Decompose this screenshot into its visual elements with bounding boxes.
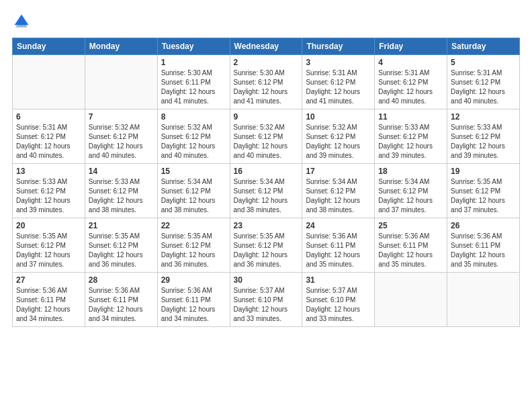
day-info: Sunrise: 5:35 AM Sunset: 6:12 PM Dayligh… <box>16 232 81 269</box>
day-number: 7 <box>89 112 154 122</box>
calendar-cell: 5Sunrise: 5:31 AM Sunset: 6:12 PM Daylig… <box>447 55 520 109</box>
weekday-header: Saturday <box>447 38 520 55</box>
calendar-cell: 4Sunrise: 5:31 AM Sunset: 6:12 PM Daylig… <box>375 55 447 109</box>
day-number: 12 <box>451 112 516 122</box>
day-number: 11 <box>378 112 443 122</box>
day-info: Sunrise: 5:34 AM Sunset: 6:12 PM Dayligh… <box>378 177 443 215</box>
calendar-cell: 7Sunrise: 5:32 AM Sunset: 6:12 PM Daylig… <box>85 109 157 164</box>
calendar-cell: 29Sunrise: 5:36 AM Sunset: 6:11 PM Dayli… <box>157 273 230 327</box>
day-info: Sunrise: 5:32 AM Sunset: 6:12 PM Dayligh… <box>306 123 371 161</box>
day-number: 3 <box>306 58 371 67</box>
calendar-cell: 18Sunrise: 5:34 AM Sunset: 6:12 PM Dayli… <box>375 164 447 218</box>
day-number: 10 <box>306 112 371 122</box>
day-info: Sunrise: 5:37 AM Sunset: 6:10 PM Dayligh… <box>234 286 299 324</box>
day-number: 31 <box>306 275 371 285</box>
day-info: Sunrise: 5:30 AM Sunset: 6:12 PM Dayligh… <box>234 68 299 106</box>
day-info: Sunrise: 5:37 AM Sunset: 6:10 PM Dayligh… <box>306 286 371 324</box>
day-number: 18 <box>378 167 443 176</box>
calendar-cell: 1Sunrise: 5:30 AM Sunset: 6:11 PM Daylig… <box>157 55 230 109</box>
day-info: Sunrise: 5:36 AM Sunset: 6:11 PM Dayligh… <box>16 286 81 324</box>
day-info: Sunrise: 5:33 AM Sunset: 6:12 PM Dayligh… <box>378 123 443 161</box>
calendar-cell: 15Sunrise: 5:34 AM Sunset: 6:12 PM Dayli… <box>157 164 230 218</box>
week-row: 1Sunrise: 5:30 AM Sunset: 6:11 PM Daylig… <box>13 55 520 109</box>
calendar-cell <box>85 55 157 109</box>
day-number: 13 <box>16 167 81 176</box>
day-info: Sunrise: 5:34 AM Sunset: 6:12 PM Dayligh… <box>306 177 371 215</box>
day-info: Sunrise: 5:30 AM Sunset: 6:11 PM Dayligh… <box>161 68 226 106</box>
day-number: 6 <box>16 112 81 122</box>
week-row: 20Sunrise: 5:35 AM Sunset: 6:12 PM Dayli… <box>13 218 520 273</box>
calendar-cell: 25Sunrise: 5:36 AM Sunset: 6:11 PM Dayli… <box>375 218 447 273</box>
calendar-cell: 21Sunrise: 5:35 AM Sunset: 6:12 PM Dayli… <box>85 218 157 273</box>
day-info: Sunrise: 5:35 AM Sunset: 6:12 PM Dayligh… <box>89 232 154 269</box>
calendar-cell: 27Sunrise: 5:36 AM Sunset: 6:11 PM Dayli… <box>13 273 85 327</box>
weekday-header: Wednesday <box>230 38 302 55</box>
day-info: Sunrise: 5:34 AM Sunset: 6:12 PM Dayligh… <box>234 177 299 215</box>
day-number: 24 <box>306 221 371 230</box>
week-row: 6Sunrise: 5:31 AM Sunset: 6:12 PM Daylig… <box>13 109 520 164</box>
calendar-cell: 11Sunrise: 5:33 AM Sunset: 6:12 PM Dayli… <box>375 109 447 164</box>
day-info: Sunrise: 5:33 AM Sunset: 6:12 PM Dayligh… <box>89 177 154 215</box>
day-number: 30 <box>234 275 299 285</box>
week-row: 27Sunrise: 5:36 AM Sunset: 6:11 PM Dayli… <box>13 273 520 327</box>
day-info: Sunrise: 5:35 AM Sunset: 6:12 PM Dayligh… <box>234 232 299 269</box>
day-info: Sunrise: 5:31 AM Sunset: 6:12 PM Dayligh… <box>451 68 516 106</box>
calendar: SundayMondayTuesdayWednesdayThursdayFrid… <box>12 38 520 327</box>
calendar-cell: 9Sunrise: 5:32 AM Sunset: 6:12 PM Daylig… <box>230 109 302 164</box>
day-info: Sunrise: 5:36 AM Sunset: 6:11 PM Dayligh… <box>161 286 226 324</box>
day-number: 21 <box>89 221 154 230</box>
day-number: 4 <box>378 58 443 67</box>
day-info: Sunrise: 5:35 AM Sunset: 6:12 PM Dayligh… <box>161 232 226 269</box>
weekday-header: Sunday <box>13 38 85 55</box>
calendar-cell: 30Sunrise: 5:37 AM Sunset: 6:10 PM Dayli… <box>230 273 302 327</box>
day-info: Sunrise: 5:33 AM Sunset: 6:12 PM Dayligh… <box>451 123 516 161</box>
header <box>12 12 520 31</box>
calendar-cell <box>13 55 85 109</box>
header-row: SundayMondayTuesdayWednesdayThursdayFrid… <box>13 38 520 55</box>
weekday-header: Friday <box>375 38 447 55</box>
day-number: 2 <box>234 58 299 67</box>
day-number: 17 <box>306 167 371 176</box>
calendar-cell <box>375 273 447 327</box>
day-info: Sunrise: 5:35 AM Sunset: 6:12 PM Dayligh… <box>451 177 516 215</box>
day-info: Sunrise: 5:36 AM Sunset: 6:11 PM Dayligh… <box>306 232 371 269</box>
calendar-cell: 26Sunrise: 5:36 AM Sunset: 6:11 PM Dayli… <box>447 218 520 273</box>
day-number: 9 <box>234 112 299 122</box>
calendar-cell: 2Sunrise: 5:30 AM Sunset: 6:12 PM Daylig… <box>230 55 302 109</box>
day-info: Sunrise: 5:34 AM Sunset: 6:12 PM Dayligh… <box>161 177 226 215</box>
week-row: 13Sunrise: 5:33 AM Sunset: 6:12 PM Dayli… <box>13 164 520 218</box>
day-info: Sunrise: 5:31 AM Sunset: 6:12 PM Dayligh… <box>16 123 81 161</box>
calendar-cell: 16Sunrise: 5:34 AM Sunset: 6:12 PM Dayli… <box>230 164 302 218</box>
day-number: 23 <box>234 221 299 230</box>
page: SundayMondayTuesdayWednesdayThursdayFrid… <box>0 0 532 411</box>
calendar-cell: 31Sunrise: 5:37 AM Sunset: 6:10 PM Dayli… <box>302 273 375 327</box>
day-number: 1 <box>161 58 226 67</box>
day-info: Sunrise: 5:36 AM Sunset: 6:11 PM Dayligh… <box>378 232 443 269</box>
day-info: Sunrise: 5:32 AM Sunset: 6:12 PM Dayligh… <box>161 123 226 161</box>
day-info: Sunrise: 5:36 AM Sunset: 6:11 PM Dayligh… <box>451 232 516 269</box>
calendar-cell: 3Sunrise: 5:31 AM Sunset: 6:12 PM Daylig… <box>302 55 375 109</box>
day-number: 5 <box>451 58 516 67</box>
calendar-cell: 17Sunrise: 5:34 AM Sunset: 6:12 PM Dayli… <box>302 164 375 218</box>
calendar-cell: 8Sunrise: 5:32 AM Sunset: 6:12 PM Daylig… <box>157 109 230 164</box>
day-number: 22 <box>161 221 226 230</box>
weekday-header: Thursday <box>302 38 375 55</box>
day-number: 16 <box>234 167 299 176</box>
day-number: 26 <box>451 221 516 230</box>
day-number: 19 <box>451 167 516 176</box>
day-number: 29 <box>161 275 226 285</box>
day-info: Sunrise: 5:33 AM Sunset: 6:12 PM Dayligh… <box>16 177 81 215</box>
calendar-cell: 14Sunrise: 5:33 AM Sunset: 6:12 PM Dayli… <box>85 164 157 218</box>
day-info: Sunrise: 5:36 AM Sunset: 6:11 PM Dayligh… <box>89 286 154 324</box>
day-info: Sunrise: 5:31 AM Sunset: 6:12 PM Dayligh… <box>306 68 371 106</box>
calendar-cell: 6Sunrise: 5:31 AM Sunset: 6:12 PM Daylig… <box>13 109 85 164</box>
calendar-cell: 19Sunrise: 5:35 AM Sunset: 6:12 PM Dayli… <box>447 164 520 218</box>
weekday-header: Tuesday <box>157 38 230 55</box>
day-info: Sunrise: 5:32 AM Sunset: 6:12 PM Dayligh… <box>234 123 299 161</box>
calendar-cell: 12Sunrise: 5:33 AM Sunset: 6:12 PM Dayli… <box>447 109 520 164</box>
weekday-header: Monday <box>85 38 157 55</box>
calendar-cell: 13Sunrise: 5:33 AM Sunset: 6:12 PM Dayli… <box>13 164 85 218</box>
calendar-cell: 22Sunrise: 5:35 AM Sunset: 6:12 PM Dayli… <box>157 218 230 273</box>
day-number: 14 <box>89 167 154 176</box>
calendar-cell: 23Sunrise: 5:35 AM Sunset: 6:12 PM Dayli… <box>230 218 302 273</box>
